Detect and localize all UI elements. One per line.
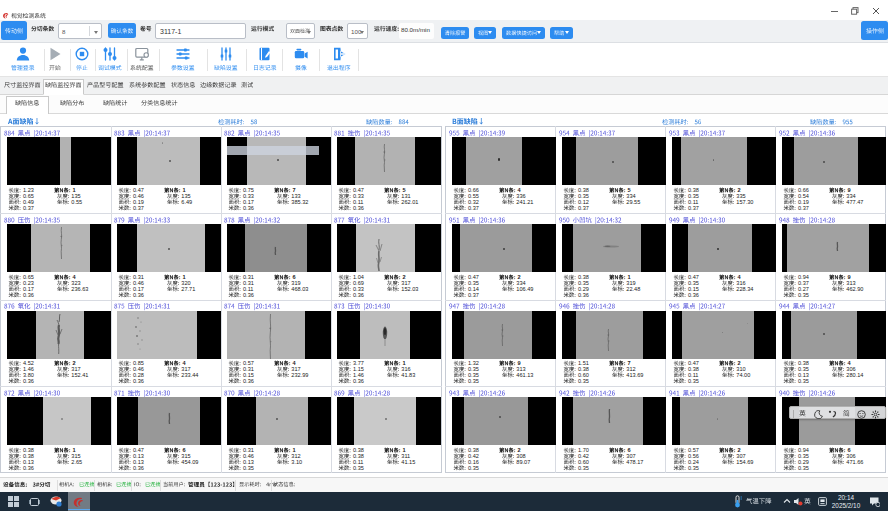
svg-text:0.35: 0.35 bbox=[798, 465, 809, 471]
svg-text:0.36: 0.36 bbox=[243, 205, 254, 211]
svg-text:0.36: 0.36 bbox=[243, 291, 254, 297]
svg-text:468.03: 468.03 bbox=[291, 286, 308, 292]
svg-text:0.35: 0.35 bbox=[243, 465, 254, 471]
svg-text:89.07: 89.07 bbox=[516, 459, 530, 465]
svg-text:152.41: 152.41 bbox=[71, 372, 88, 378]
svg-text:0.35: 0.35 bbox=[688, 465, 699, 471]
svg-text:0.36: 0.36 bbox=[353, 378, 364, 384]
svg-text:29.55: 29.55 bbox=[626, 199, 640, 205]
svg-text:22.48: 22.48 bbox=[626, 286, 640, 292]
svg-text:0.55: 0.55 bbox=[71, 199, 82, 205]
svg-text:0.36: 0.36 bbox=[243, 378, 254, 384]
svg-text:0.36: 0.36 bbox=[578, 291, 589, 297]
svg-text:0.35: 0.35 bbox=[798, 378, 809, 384]
svg-text:233.44: 233.44 bbox=[181, 372, 198, 378]
svg-text:385.32: 385.32 bbox=[291, 199, 308, 205]
svg-text:27.71: 27.71 bbox=[181, 286, 195, 292]
svg-text:154.69: 154.69 bbox=[736, 459, 753, 465]
svg-text:0.35: 0.35 bbox=[578, 378, 589, 384]
svg-text:3.10: 3.10 bbox=[291, 459, 302, 465]
svg-text:241.21: 241.21 bbox=[516, 199, 533, 205]
svg-text:0.36: 0.36 bbox=[353, 291, 364, 297]
svg-text:0.35: 0.35 bbox=[468, 378, 479, 384]
svg-text:280.14: 280.14 bbox=[846, 372, 863, 378]
svg-text:106.49: 106.49 bbox=[516, 286, 533, 292]
svg-text:41.15: 41.15 bbox=[401, 459, 415, 465]
svg-text:0.35: 0.35 bbox=[688, 378, 699, 384]
svg-text:0.36: 0.36 bbox=[23, 378, 34, 384]
svg-text:0.36: 0.36 bbox=[133, 291, 144, 297]
svg-text:462.90: 462.90 bbox=[846, 286, 863, 292]
svg-text:0.37: 0.37 bbox=[688, 205, 699, 211]
svg-text:0.36: 0.36 bbox=[23, 291, 34, 297]
svg-text:74.00: 74.00 bbox=[736, 372, 750, 378]
svg-text:0.37: 0.37 bbox=[468, 205, 479, 211]
svg-text:2.65: 2.65 bbox=[71, 459, 82, 465]
svg-text:0.36: 0.36 bbox=[23, 465, 34, 471]
svg-text:0.35: 0.35 bbox=[578, 465, 589, 471]
svg-text:232.99: 232.99 bbox=[291, 372, 308, 378]
svg-text:0.35: 0.35 bbox=[353, 465, 364, 471]
svg-text:41.83: 41.83 bbox=[401, 372, 415, 378]
svg-text:0.37: 0.37 bbox=[133, 205, 144, 211]
svg-text:0.37: 0.37 bbox=[578, 205, 589, 211]
svg-text:454.09: 454.09 bbox=[181, 459, 198, 465]
svg-text:0.37: 0.37 bbox=[23, 205, 34, 211]
svg-text:0.35: 0.35 bbox=[798, 291, 809, 297]
svg-text:236.63: 236.63 bbox=[71, 286, 88, 292]
svg-text:477.47: 477.47 bbox=[846, 199, 863, 205]
svg-text:461.13: 461.13 bbox=[516, 372, 533, 378]
svg-text:0.37: 0.37 bbox=[468, 291, 479, 297]
svg-text:0.36: 0.36 bbox=[353, 205, 364, 211]
svg-text:0.36: 0.36 bbox=[133, 378, 144, 384]
svg-text:228.34: 228.34 bbox=[736, 286, 753, 292]
svg-text:6.49: 6.49 bbox=[181, 199, 192, 205]
svg-text:0.36: 0.36 bbox=[133, 465, 144, 471]
svg-text:478.17: 478.17 bbox=[626, 459, 643, 465]
svg-text:0.36: 0.36 bbox=[688, 291, 699, 297]
svg-text:0.37: 0.37 bbox=[798, 205, 809, 211]
svg-text:471.66: 471.66 bbox=[846, 459, 863, 465]
svg-text:157.30: 157.30 bbox=[736, 199, 753, 205]
svg-text:152.03: 152.03 bbox=[401, 286, 418, 292]
svg-text:262.01: 262.01 bbox=[401, 199, 418, 205]
svg-text:413.69: 413.69 bbox=[626, 372, 643, 378]
svg-text:0.35: 0.35 bbox=[468, 465, 479, 471]
